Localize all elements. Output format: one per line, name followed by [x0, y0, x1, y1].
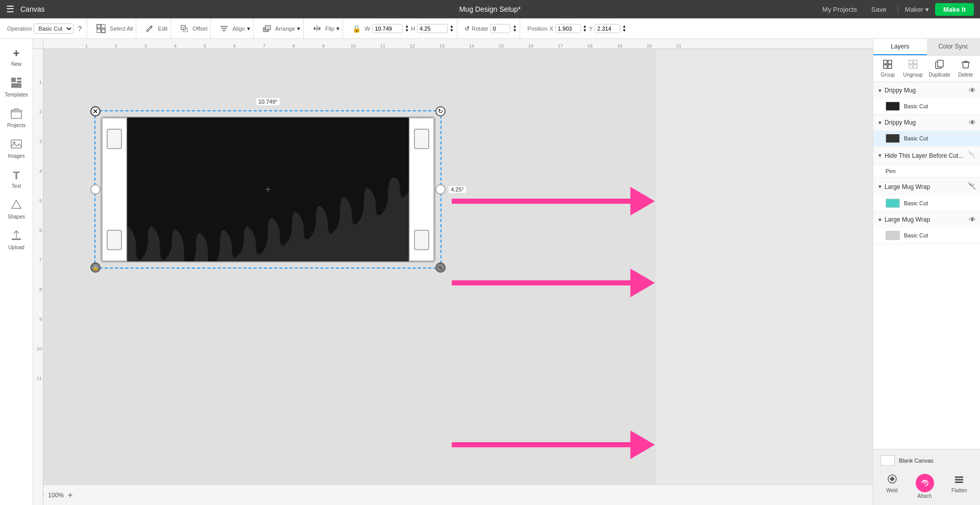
x-label: X [550, 26, 553, 32]
rotate-spinner: ▲ ▼ [512, 25, 517, 33]
group-button[interactable]: Group [876, 58, 899, 80]
duplicate-icon [935, 60, 944, 71]
offset-button[interactable] [178, 23, 190, 34]
sidebar-item-new[interactable]: + New [2, 43, 31, 71]
visibility-icon-3[interactable] [968, 151, 976, 160]
layer-group-4-header[interactable]: ▼ Large Mug Wrap [873, 178, 980, 196]
align-button[interactable] [218, 23, 230, 34]
x-input[interactable] [555, 24, 581, 33]
svg-rect-2 [97, 29, 101, 33]
svg-rect-1 [102, 25, 105, 28]
select-all-button[interactable] [94, 23, 108, 34]
save-button[interactable]: Save [867, 4, 891, 15]
layer-group-1: ▼ Drippy Mug 👁 Basic Cut [873, 82, 980, 114]
new-icon: + [13, 47, 20, 60]
layer-item-4[interactable]: Basic Cut [873, 196, 980, 211]
ungroup-button[interactable]: Ungroup [901, 58, 924, 80]
canvas-area[interactable]: 1 2 3 4 5 6 7 8 9 10 11 12 13 14 15 16 1… [33, 39, 873, 505]
arrange-button[interactable] [261, 23, 273, 34]
visibility-icon-4[interactable] [968, 182, 976, 191]
tab-color-sync[interactable]: Color Sync [927, 39, 981, 55]
arrow3-line [452, 442, 630, 447]
y-input[interactable] [595, 24, 620, 33]
flip-button[interactable] [311, 23, 323, 34]
width-down[interactable]: ▼ [405, 29, 409, 33]
rotate-input[interactable] [490, 24, 510, 33]
y-down[interactable]: ▼ [622, 29, 626, 33]
edit-button[interactable] [143, 23, 156, 34]
sidebar-item-text[interactable]: T Text [2, 165, 31, 193]
maker-chevron-icon: ▾ [925, 6, 929, 13]
sidebar-item-images[interactable]: Images [2, 134, 31, 163]
position-label: Position [527, 26, 547, 32]
sidebar-new-label: New [11, 61, 21, 67]
main-layout: + New Templates Projects Images T Text [0, 39, 980, 505]
layer-group-5-header[interactable]: ▼ Large Mug Wrap 👁 [873, 211, 980, 228]
visibility-icon-5[interactable]: 👁 [969, 215, 976, 224]
layer-thumb-4 [886, 199, 900, 208]
height-down[interactable]: ▼ [450, 29, 454, 33]
sidebar-item-projects[interactable]: Projects [2, 104, 31, 132]
layer-item-2[interactable]: Basic Cut [873, 131, 980, 146]
ruler-corner [33, 39, 43, 49]
mug-notch-tl [107, 129, 122, 149]
layer-group-2-header[interactable]: ▼ Drippy Mug 👁 [873, 114, 980, 131]
lock-handle[interactable]: 🔒 [90, 262, 101, 273]
zoom-in-button[interactable]: + [68, 491, 72, 500]
design-object[interactable]: 10.749° 4.25° ✕ ↻ 🔒 ⤡ [94, 110, 442, 269]
visibility-icon-1[interactable]: 👁 [969, 86, 976, 94]
weld-button[interactable]: Weld [886, 474, 898, 499]
size-width-input[interactable] [372, 24, 403, 33]
layer-group-3-header[interactable]: ▼ Hide This Layer Before Cut... [873, 147, 980, 165]
rtick-16: 16 [527, 43, 533, 49]
width-spinner: ▲ ▼ [405, 25, 409, 33]
arrange-label: Arrange [275, 26, 295, 32]
duplicate-button[interactable]: Duplicate [927, 58, 952, 80]
layer-thumb-1 [886, 102, 900, 111]
arrow1-head [630, 187, 655, 215]
make-it-button[interactable]: Make It [935, 3, 974, 16]
rotate-handle[interactable]: ↻ [435, 106, 446, 116]
size-lock-icon[interactable]: 🔒 [350, 23, 363, 34]
pink-arrow-1-shape [452, 187, 655, 215]
rtick-15: 15 [498, 43, 504, 49]
resize-handle[interactable]: ⤡ [435, 262, 446, 273]
size-height-input[interactable] [417, 24, 448, 33]
ruler-left-inner: 1 2 3 4 5 6 7 8 9 10 11 [33, 49, 43, 505]
operation-select[interactable]: Basic Cut [34, 23, 74, 34]
x-down[interactable]: ▼ [583, 29, 587, 33]
maker-dropdown[interactable]: Maker ▾ [905, 6, 929, 13]
mug-notch-tr [414, 129, 429, 149]
right-handle[interactable] [435, 184, 446, 195]
visibility-icon-2[interactable]: 👁 [969, 118, 976, 127]
projects-icon [11, 108, 22, 122]
menu-icon[interactable]: ☰ [6, 4, 14, 15]
ltick-6: 6 [39, 228, 42, 233]
canvas-work[interactable]: 10.749° 4.25° ✕ ↻ 🔒 ⤡ [43, 49, 873, 485]
operation-help-icon[interactable]: ? [76, 23, 84, 34]
sidebar-item-templates[interactable]: Templates [2, 73, 31, 102]
layer-item-1[interactable]: Basic Cut [873, 99, 980, 114]
delete-button[interactable]: Delete [954, 58, 977, 80]
tab-layers[interactable]: Layers [873, 39, 927, 55]
layer-group-1-name: Drippy Mug [885, 87, 967, 94]
attach-circle [916, 474, 934, 492]
group-icon [883, 60, 892, 71]
layer-group-5-name: Large Mug Wrap [885, 216, 967, 223]
sidebar-projects-label: Projects [7, 123, 26, 128]
rotate-down[interactable]: ▼ [512, 29, 517, 33]
sidebar-item-shapes[interactable]: Shapes [2, 195, 31, 224]
close-handle[interactable]: ✕ [90, 106, 101, 116]
ltick-3: 3 [39, 139, 42, 144]
svg-rect-23 [884, 65, 887, 68]
svg-rect-36 [955, 482, 963, 483]
svg-rect-26 [914, 60, 917, 64]
sidebar-item-upload[interactable]: Upload [2, 226, 31, 254]
left-handle[interactable] [90, 184, 101, 195]
my-projects-button[interactable]: My Projects [818, 4, 861, 15]
layer-group-1-header[interactable]: ▼ Drippy Mug 👁 [873, 82, 980, 99]
arrow2-head [630, 269, 655, 297]
layer-item-5[interactable]: Basic Cut [873, 228, 980, 243]
flatten-button[interactable]: Flatten [951, 474, 967, 499]
attach-button[interactable]: Attach [916, 474, 934, 499]
